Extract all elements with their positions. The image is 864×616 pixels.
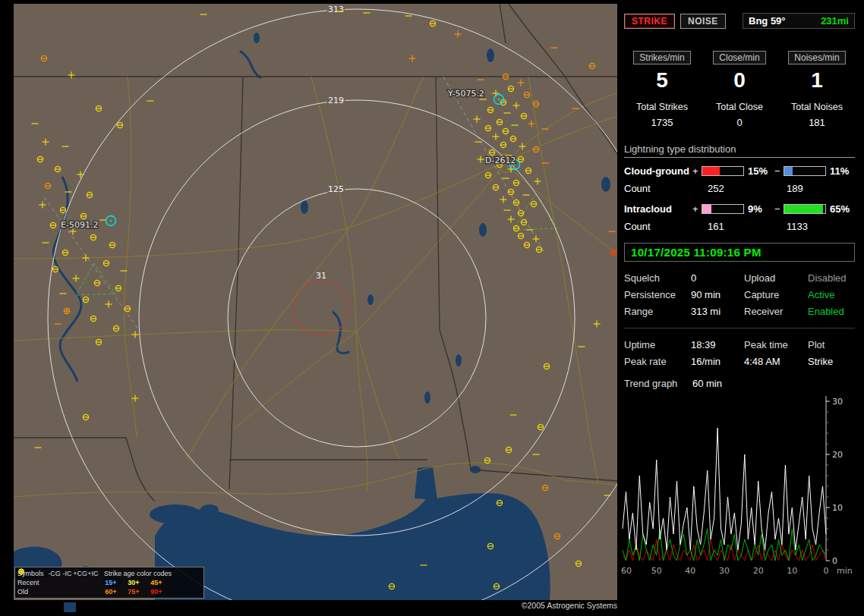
svg-text:313: 313 [328, 5, 344, 14]
settings-grid: Squelch 0 Upload Disabled Persistence 90… [624, 272, 855, 317]
cg-negative-percent: 11% [826, 165, 855, 177]
svg-text:20: 20 [753, 566, 764, 576]
plot-value: Strike [808, 356, 855, 367]
map-legend: Symbols-CG-IC+CG+ICStrike age color code… [14, 567, 204, 599]
bearing-distance: 231mi [821, 15, 849, 27]
strikes-per-min-badge[interactable]: Strikes/min [633, 51, 690, 64]
total-noises-value: 181 [779, 117, 855, 128]
ic-positive-bar [702, 204, 744, 214]
copyright-text: ©2005 Astrogenic Systems [14, 601, 635, 610]
cg-count-label: Count [624, 183, 692, 194]
svg-text:40: 40 [685, 566, 695, 576]
cg-negative-count: 189 [784, 183, 855, 194]
distribution-title: Lightning type distribution [624, 143, 855, 158]
plot-label: Plot [808, 339, 855, 350]
cloud-ground-label: Cloud-ground [624, 165, 692, 177]
total-strikes-label: Total Strikes [624, 102, 700, 112]
positive-sign: + [692, 203, 702, 215]
svg-text:31: 31 [316, 271, 326, 281]
trend-graph: 01020306050403020100min [621, 394, 858, 582]
strikes-stat-column: Strikes/min 5 Total Strikes 1735 [624, 50, 700, 128]
bearing-value: Bng 59° [749, 15, 786, 27]
age-code-45+: 45+ [145, 579, 168, 587]
ic-negative-bar [784, 204, 826, 214]
svg-text:10: 10 [832, 503, 843, 513]
persistence-value: 90 min [691, 289, 744, 300]
svg-text:0: 0 [824, 566, 829, 576]
noises-per-min-value: 1 [779, 68, 855, 93]
svg-text:10: 10 [787, 566, 797, 576]
lightning-map[interactable]: 31321912531Y-5075.2D-2612E-5091.2 Symbol… [14, 4, 617, 600]
rate-statistics: Strikes/min 5 Total Strikes 1735 Close/m… [624, 50, 855, 128]
peak-time-value: 4:48 AM [744, 356, 808, 367]
total-close-label: Total Close [702, 102, 777, 112]
age-code-75+: 75+ [122, 588, 145, 596]
legend-row-old: Old60+75+90+ [17, 587, 201, 596]
control-panel: STRIKE NOISE Bng 59° 231mi Strikes/min 5… [621, 4, 858, 611]
total-noises-label: Total Noises [779, 102, 855, 112]
svg-text:219: 219 [328, 96, 344, 105]
persistence-label: Persistence [624, 289, 691, 300]
trend-window-value: 60 min [692, 378, 722, 389]
ic-negative-percent: 65% [826, 203, 855, 215]
strike-mode-button[interactable]: STRIKE [624, 14, 675, 29]
close-per-min-value: 0 [702, 68, 777, 93]
svg-text:E-5091.2: E-5091.2 [61, 220, 98, 230]
squelch-value: 0 [691, 272, 744, 284]
cg-positive-percent: 15% [744, 165, 774, 177]
svg-text:D-2612: D-2612 [485, 156, 516, 165]
svg-text:0: 0 [832, 556, 837, 566]
datetime-display: 10/17/2025 11:09:16 PM [624, 243, 855, 262]
svg-text:20: 20 [832, 450, 843, 460]
capture-status: Active [808, 289, 855, 300]
ic-count-label: Count [624, 221, 692, 232]
svg-text:60: 60 [621, 566, 632, 576]
range-label: Range [624, 306, 691, 317]
total-strikes-value: 1735 [624, 117, 700, 128]
peak-rate-value: 16/min [691, 356, 744, 367]
ic-positive-percent: 9% [744, 203, 774, 215]
cloud-ground-block: Cloud-ground + 15% − 11% Count 252 189 [624, 165, 855, 194]
cg-positive-bar [702, 166, 744, 176]
legend-row-recent: Recent15+30+45+ [17, 578, 201, 587]
peak-time-label: Peak time [744, 339, 808, 350]
close-stat-column: Close/min 0 Total Close 0 [702, 50, 777, 128]
map-overlay: 31321912531Y-5075.2D-2612E-5091.2 [14, 4, 617, 600]
trend-graph-label: Trend graph [624, 378, 677, 389]
range-value: 313 mi [691, 306, 744, 317]
section-divider [624, 328, 855, 328]
close-per-min-badge[interactable]: Close/min [713, 51, 765, 64]
mode-toolbar: STRIKE NOISE Bng 59° 231mi [624, 13, 855, 29]
ic-negative-count: 1133 [784, 221, 855, 232]
bearing-readout: Bng 59° 231mi [743, 13, 855, 29]
noises-stat-column: Noises/min 1 Total Noises 181 [779, 50, 855, 128]
svg-text:Y-5075.2: Y-5075.2 [447, 89, 484, 99]
svg-text:50: 50 [651, 566, 662, 576]
uptime-label: Uptime [624, 339, 691, 350]
ic-positive-count: 161 [702, 221, 774, 232]
cg-negative-bar [784, 166, 826, 176]
intracloud-label: Intracloud [624, 203, 692, 215]
cg-positive-count: 252 [702, 183, 774, 194]
strikes-per-min-value: 5 [624, 68, 700, 93]
negative-sign: − [774, 165, 784, 177]
upload-status: Disabled [808, 272, 855, 284]
noise-mode-button[interactable]: NOISE [680, 14, 726, 29]
intracloud-block: Intracloud + 9% − 65% Count 161 1133 [624, 203, 855, 232]
session-info-grid: Uptime 18:39 Peak time Plot Peak rate 16… [624, 339, 855, 367]
receiver-label: Receiver [744, 306, 808, 317]
age-code-90+: 90+ [145, 588, 168, 596]
upload-label: Upload [744, 272, 808, 284]
svg-text:min: min [837, 566, 853, 576]
capture-label: Capture [744, 289, 808, 300]
age-code-60+: 60+ [99, 588, 122, 596]
total-close-value: 0 [702, 117, 777, 128]
svg-text:125: 125 [328, 184, 344, 194]
svg-text:30: 30 [719, 566, 730, 576]
peak-rate-label: Peak rate [624, 356, 691, 367]
uptime-value: 18:39 [691, 339, 744, 350]
noises-per-min-badge[interactable]: Noises/min [788, 51, 845, 64]
trend-graph-header: Trend graph 60 min [624, 378, 855, 389]
lightning-type-distribution: Lightning type distribution Cloud-ground… [624, 143, 855, 232]
receiver-status: Enabled [808, 306, 855, 317]
